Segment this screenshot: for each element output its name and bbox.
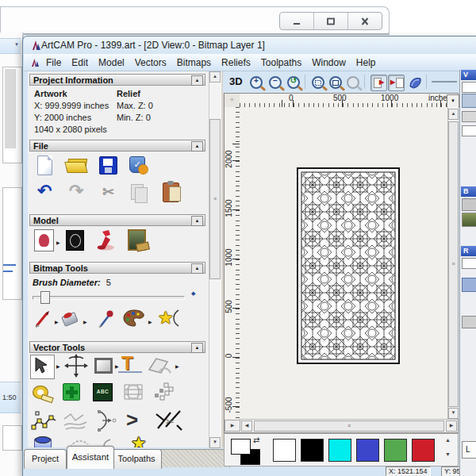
right-panel-button[interactable] bbox=[462, 316, 476, 328]
vector-text-block-icon[interactable]: ABC bbox=[93, 383, 113, 401]
toggle-toolbar-button[interactable]: ▶ bbox=[388, 75, 405, 91]
section-header-bitmap-tools[interactable]: Bitmap Tools ▲ bbox=[29, 262, 205, 274]
cut-icon[interactable]: ✂ bbox=[102, 183, 114, 201]
flyout-arrow-icon[interactable]: ▶ bbox=[175, 363, 179, 369]
arc-editing-icon[interactable] bbox=[93, 409, 118, 432]
palette-colour-cyan[interactable] bbox=[328, 439, 351, 462]
canvas-scroll-up[interactable]: ▲ bbox=[448, 109, 459, 120]
copy-icon[interactable] bbox=[131, 184, 144, 200]
zoom-selected-icon-disabled[interactable] bbox=[347, 76, 359, 89]
right-panel-button[interactable] bbox=[462, 258, 476, 269]
trim-vectors-icon[interactable]: ✂ bbox=[155, 408, 183, 435]
layer-icon[interactable] bbox=[462, 94, 476, 108]
right-panel-button[interactable] bbox=[462, 198, 476, 211]
flyout-arrow-icon[interactable]: ▶ bbox=[115, 363, 119, 369]
menu-item-file[interactable]: File bbox=[44, 56, 63, 69]
zoom-previous-icon[interactable]: ↺ bbox=[287, 76, 300, 89]
layers-button-clipped[interactable]: L bbox=[462, 441, 476, 459]
canvas-scroll-left[interactable]: ◀ bbox=[241, 420, 252, 432]
collapse-icon[interactable]: ▲ bbox=[191, 343, 203, 353]
palette-colour-green[interactable] bbox=[384, 439, 407, 462]
rectangle-tool-icon[interactable] bbox=[94, 358, 113, 374]
zoom-out-icon[interactable]: − bbox=[269, 76, 282, 89]
save-model-icon[interactable] bbox=[99, 156, 117, 175]
select-vectors-tool[interactable] bbox=[30, 355, 55, 379]
load-relief-image-icon[interactable] bbox=[128, 229, 146, 251]
right-panel-button[interactable] bbox=[462, 125, 476, 136]
menu-item-edit[interactable]: Edit bbox=[70, 56, 90, 69]
toggle-panel-button[interactable]: ▶ bbox=[370, 75, 387, 91]
canvas-scroll-down[interactable]: ▼ bbox=[448, 408, 459, 419]
zoom-in-icon[interactable]: + bbox=[250, 76, 263, 89]
fill-vector-icon[interactable] bbox=[34, 438, 52, 447]
redo-icon[interactable]: ↷ bbox=[69, 181, 83, 202]
collapse-icon[interactable]: ▲ bbox=[191, 216, 203, 226]
canvas-scroll-right[interactable]: ▶ bbox=[446, 420, 457, 432]
colour-picker-icon[interactable] bbox=[98, 308, 117, 328]
palette-colour-blue[interactable] bbox=[356, 439, 379, 462]
paste-icon[interactable] bbox=[163, 182, 179, 202]
slider-step-icon[interactable]: ◆ bbox=[191, 290, 195, 297]
paste-along-curve-icon[interactable] bbox=[153, 382, 174, 401]
node-editing-icon[interactable] bbox=[31, 411, 58, 432]
panel-scroll-thumb[interactable]: ≡ bbox=[209, 119, 221, 279]
right-panel-button[interactable] bbox=[462, 111, 476, 122]
flood-fill-icon[interactable] bbox=[61, 312, 79, 327]
chevron-tool-icon[interactable]: > bbox=[126, 408, 138, 432]
section-header-model[interactable]: Model ▲ bbox=[29, 214, 205, 226]
distort-grid-icon[interactable] bbox=[123, 383, 144, 401]
maximize-button[interactable] bbox=[314, 13, 348, 29]
palette-colour-red[interactable] bbox=[412, 439, 435, 462]
tab-assistant[interactable]: Assistant bbox=[67, 446, 114, 469]
collapse-icon[interactable]: ▲ bbox=[191, 141, 203, 152]
envelope-distort-icon[interactable] bbox=[147, 355, 172, 376]
close-button[interactable] bbox=[348, 13, 382, 29]
flyout-arrow-icon[interactable]: ▶ bbox=[55, 319, 59, 324]
collapse-icon[interactable]: ▲ bbox=[191, 75, 203, 86]
tab-project[interactable]: Project bbox=[24, 449, 67, 469]
canvas-hscroll-thumb[interactable]: ≡ bbox=[254, 420, 444, 432]
magic-wand-icon[interactable]: ★ bbox=[158, 308, 174, 328]
greyscale-model-icon[interactable] bbox=[66, 230, 84, 251]
section-header-project-information[interactable]: Project Information ▲ bbox=[29, 74, 205, 86]
flyout-arrow-icon[interactable]: ▶ bbox=[56, 240, 60, 245]
palette-scroll-down-icon[interactable]: ▼ bbox=[445, 451, 451, 457]
menu-item-bitmaps[interactable]: Bitmaps bbox=[175, 56, 213, 69]
text-tool-icon[interactable]: T bbox=[121, 352, 133, 374]
toggle-3d-view-button[interactable]: 3D bbox=[229, 75, 243, 87]
bitmap-layer-thumb[interactable] bbox=[462, 213, 476, 227]
zoom-objects-icon[interactable] bbox=[329, 76, 342, 89]
menu-item-window[interactable]: Window bbox=[310, 56, 347, 69]
2d-view-canvas[interactable] bbox=[240, 107, 447, 419]
units-combo-button[interactable]: ▼ bbox=[447, 94, 459, 108]
panel-scroll-down[interactable]: ▼ bbox=[209, 437, 221, 448]
swap-colours-icon[interactable]: ⇄ bbox=[253, 436, 259, 444]
menu-item-vectors[interactable]: Vectors bbox=[133, 56, 168, 69]
lighting-lamp-icon[interactable] bbox=[94, 228, 117, 251]
zoom-fit-icon[interactable] bbox=[312, 76, 324, 89]
canvas-vscroll-thumb[interactable]: ≡ bbox=[448, 121, 459, 407]
palette-colour-white[interactable] bbox=[273, 439, 296, 462]
section-header-vector-tools[interactable]: Vector Tools ▲ bbox=[29, 341, 205, 353]
pan-corner-button[interactable]: ▶ bbox=[225, 420, 240, 432]
primary-colour-swatch[interactable] bbox=[231, 439, 251, 455]
brush-diameter-slider-track[interactable] bbox=[33, 296, 185, 300]
shell-tool-icon[interactable] bbox=[409, 76, 423, 89]
flyout-arrow-icon[interactable]: ▶ bbox=[56, 363, 60, 369]
sketch-lines-icon[interactable] bbox=[63, 411, 88, 432]
collapse-icon[interactable]: ▲ bbox=[191, 263, 203, 274]
options-icon[interactable]: ✓ bbox=[129, 156, 145, 173]
menu-item-help[interactable]: Help bbox=[355, 56, 378, 69]
section-header-file[interactable]: File ▲ bbox=[29, 140, 205, 152]
right-panel-button[interactable] bbox=[462, 82, 476, 93]
flyout-arrow-icon[interactable]: ▶ bbox=[83, 319, 87, 324]
ruler-origin-button[interactable]: + bbox=[225, 94, 240, 108]
star-tool-icon[interactable]: ★ bbox=[131, 433, 147, 447]
panel-scroll-up[interactable]: ▲ bbox=[209, 71, 221, 83]
brush-diameter-slider-thumb[interactable] bbox=[40, 291, 50, 304]
undo-icon[interactable]: ↶ bbox=[37, 181, 52, 202]
open-model-icon[interactable] bbox=[67, 159, 86, 171]
paint-tool-icon[interactable] bbox=[34, 309, 53, 328]
new-model-icon[interactable] bbox=[37, 155, 52, 175]
menu-item-toolpaths[interactable]: Toolpaths bbox=[259, 56, 303, 69]
